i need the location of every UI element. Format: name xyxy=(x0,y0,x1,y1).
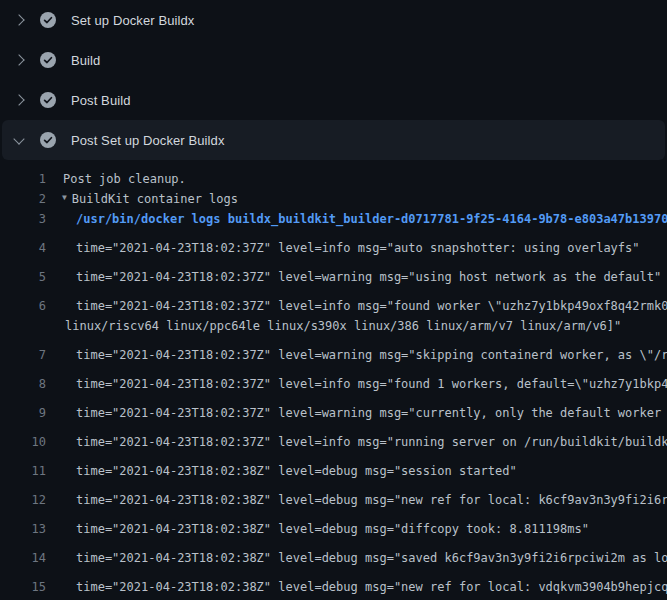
line-number[interactable]: 2 xyxy=(0,189,46,209)
chevron-down-icon xyxy=(13,133,24,144)
step-label: Set up Docker Buildx xyxy=(71,13,194,28)
actions-log-viewer: Set up Docker Buildx Build Post Build xyxy=(0,0,667,600)
log-line: 6 time="2021-04-23T18:02:37Z" level=info… xyxy=(0,287,667,316)
log-line-text: time="2021-04-23T18:02:37Z" level=warnin… xyxy=(76,267,661,287)
log-line-text: time="2021-04-23T18:02:38Z" level=debug … xyxy=(76,490,667,510)
log-line: 2 ▼ BuildKit container logs xyxy=(0,189,667,209)
log-line-text: time="2021-04-23T18:02:37Z" level=warnin… xyxy=(76,403,667,423)
line-number[interactable] xyxy=(0,316,46,336)
step-label: Post Build xyxy=(71,93,131,108)
line-number[interactable]: 3 xyxy=(0,209,46,229)
log-line: 7 time="2021-04-23T18:02:37Z" level=warn… xyxy=(0,336,667,365)
log-line-text: time="2021-04-23T18:02:37Z" level=info m… xyxy=(76,296,667,316)
line-number[interactable]: 12 xyxy=(0,490,46,510)
line-number[interactable]: 10 xyxy=(0,432,46,452)
log-line-text: time="2021-04-23T18:02:38Z" level=debug … xyxy=(76,577,667,597)
chevron-right-icon xyxy=(13,14,24,25)
log-line: 9 time="2021-04-23T18:02:37Z" level=warn… xyxy=(0,394,667,423)
log-line-text: time="2021-04-23T18:02:37Z" level=info m… xyxy=(76,374,667,394)
log-line-text: /usr/bin/docker logs buildx_buildkit_bui… xyxy=(76,209,667,229)
step-row[interactable]: Set up Docker Buildx xyxy=(0,0,667,40)
check-circle-icon xyxy=(40,92,56,108)
log-line: linux/riscv64 linux/ppc64le linux/s390x … xyxy=(0,316,667,336)
line-number[interactable]: 14 xyxy=(0,548,46,568)
line-number[interactable]: 9 xyxy=(0,403,46,423)
line-number[interactable]: 1 xyxy=(0,169,46,189)
chevron-right-icon xyxy=(13,54,24,65)
log-line: 8 time="2021-04-23T18:02:37Z" level=info… xyxy=(0,365,667,394)
log-line: 5 time="2021-04-23T18:02:37Z" level=warn… xyxy=(0,258,667,287)
triangle-down-icon[interactable]: ▼ xyxy=(62,189,67,208)
log-line: 3 /usr/bin/docker logs buildx_buildkit_b… xyxy=(0,209,667,229)
log-line-text: time="2021-04-23T18:02:37Z" level=warnin… xyxy=(76,345,667,365)
step-row[interactable]: Post Set up Docker Buildx xyxy=(2,120,665,160)
log-line: 10 time="2021-04-23T18:02:37Z" level=inf… xyxy=(0,423,667,452)
log-line-text: Post job cleanup. xyxy=(63,169,186,189)
log-line: 11 time="2021-04-23T18:02:38Z" level=deb… xyxy=(0,452,667,481)
check-circle-icon xyxy=(40,52,56,68)
log-line: 15 time="2021-04-23T18:02:38Z" level=deb… xyxy=(0,568,667,597)
line-number[interactable]: 5 xyxy=(0,267,46,287)
log-line-text: time="2021-04-23T18:02:38Z" level=debug … xyxy=(76,519,589,539)
log-line-text: time="2021-04-23T18:02:38Z" level=debug … xyxy=(76,548,667,568)
line-number[interactable]: 11 xyxy=(0,461,46,481)
line-number[interactable]: 4 xyxy=(0,238,46,258)
chevron-right-icon xyxy=(13,94,24,105)
line-number[interactable]: 15 xyxy=(0,577,46,597)
log-line: 4 time="2021-04-23T18:02:37Z" level=info… xyxy=(0,229,667,258)
log-line-text: BuildKit container logs xyxy=(72,189,238,209)
log-line: 1 Post job cleanup. xyxy=(0,169,667,189)
check-circle-icon xyxy=(40,132,56,148)
line-number[interactable]: 6 xyxy=(0,296,46,316)
line-number[interactable]: 7 xyxy=(0,345,46,365)
line-number[interactable]: 8 xyxy=(0,374,46,394)
log-line: 14 time="2021-04-23T18:02:38Z" level=deb… xyxy=(0,539,667,568)
check-circle-icon xyxy=(40,12,56,28)
step-label: Build xyxy=(71,53,100,68)
line-number[interactable]: 13 xyxy=(0,519,46,539)
log-line-text: time="2021-04-23T18:02:38Z" level=debug … xyxy=(76,461,517,481)
log-line-text: linux/riscv64 linux/ppc64le linux/s390x … xyxy=(65,316,621,336)
steps-list: Set up Docker Buildx Build Post Build xyxy=(0,0,667,160)
log-line-text: time="2021-04-23T18:02:37Z" level=info m… xyxy=(76,432,667,452)
step-row[interactable]: Build xyxy=(0,40,667,80)
log-line: 12 time="2021-04-23T18:02:38Z" level=deb… xyxy=(0,481,667,510)
log-area: 1 Post job cleanup. 2 ▼ BuildKit contain… xyxy=(0,160,667,600)
log-line-text: time="2021-04-23T18:02:37Z" level=info m… xyxy=(76,238,640,258)
log-line: 13 time="2021-04-23T18:02:38Z" level=deb… xyxy=(0,510,667,539)
step-row[interactable]: Post Build xyxy=(0,80,667,120)
step-label: Post Set up Docker Buildx xyxy=(71,133,225,148)
